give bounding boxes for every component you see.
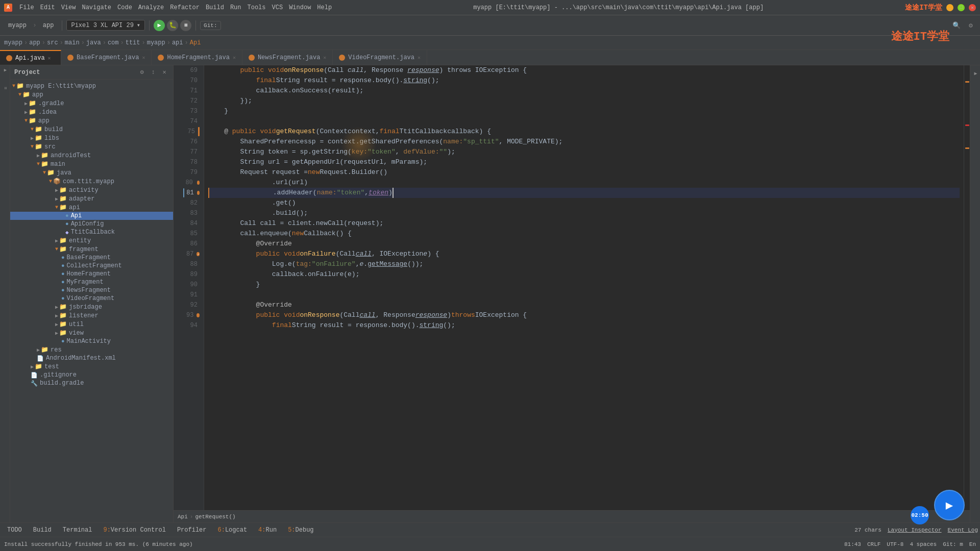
- breadcrumb-ttit[interactable]: ttit: [126, 39, 140, 46]
- line-ending[interactable]: CRLF: [867, 541, 880, 547]
- tab-newsfragment[interactable]: NewsFragment.java ✕: [242, 50, 333, 65]
- tree-item-app[interactable]: ▼ 📁 app: [10, 90, 173, 99]
- bilibili-avatar[interactable]: ▶: [934, 490, 965, 520]
- tab-close-api[interactable]: ✕: [48, 55, 51, 61]
- menu-window[interactable]: Window: [289, 4, 311, 11]
- tree-item-res[interactable]: ▶ 📁 res: [10, 345, 173, 354]
- tree-item-adapter[interactable]: ▶ 📁 adapter: [10, 194, 173, 203]
- encoding[interactable]: UTF-8: [887, 541, 903, 547]
- tree-item-gradle[interactable]: ▶ 📁 .gradle: [10, 99, 173, 108]
- tab-close-base[interactable]: ✕: [142, 55, 145, 61]
- editor-scrollbar[interactable]: [964, 65, 970, 510]
- breadcrumb-api[interactable]: api: [172, 39, 183, 46]
- tree-item-homefragment[interactable]: ● HomeFragment: [10, 270, 173, 278]
- git-status[interactable]: Git: m: [943, 541, 963, 547]
- tab-close-video[interactable]: ✕: [418, 55, 421, 61]
- tree-item-androidtest[interactable]: ▶ 📁 androidTest: [10, 151, 173, 160]
- menu-refactor[interactable]: Refactor: [170, 4, 200, 11]
- breadcrumb-java[interactable]: java: [86, 39, 101, 46]
- tree-item-manifest[interactable]: 📄 AndroidManifest.xml: [10, 354, 173, 362]
- tab-terminal[interactable]: Terminal: [58, 525, 97, 535]
- tree-item-view[interactable]: ▶ 📁 view: [10, 329, 173, 337]
- tree-item-com-ttit[interactable]: ▼ 📦 com.ttit.myapp: [10, 177, 173, 186]
- menu-navigate[interactable]: Navigate: [82, 4, 111, 11]
- search-icon[interactable]: 🔍: [951, 20, 962, 31]
- settings-icon[interactable]: ⚙: [966, 20, 976, 31]
- tree-item-listener[interactable]: ▶ 📁 listener: [10, 311, 173, 320]
- tab-debug[interactable]: 5:Debug: [283, 525, 318, 535]
- tab-api-java[interactable]: Api.java ✕: [0, 50, 61, 65]
- sidebar-icon-1[interactable]: ▶: [3, 67, 8, 72]
- breadcrumb-myapp2[interactable]: myapp: [147, 39, 165, 46]
- tree-item-activity[interactable]: ▶ 📁 activity: [10, 186, 173, 194]
- breadcrumb-current[interactable]: Api: [190, 39, 201, 46]
- app-selector[interactable]: app: [39, 20, 58, 31]
- tree-item-collectfragment[interactable]: ● CollectFragment: [10, 262, 173, 270]
- tree-item-buildgradle[interactable]: 🔧 build.gradle: [10, 379, 173, 387]
- tree-item-newsfragment[interactable]: ● NewsFragment: [10, 286, 173, 294]
- tab-basefragment[interactable]: BaseFragment.java ✕: [61, 50, 152, 65]
- tab-todo[interactable]: TODO: [2, 525, 27, 535]
- tab-videofragment[interactable]: VideoFragment.java ✕: [333, 50, 427, 65]
- tree-item-myfragment[interactable]: ● MyFragment: [10, 278, 173, 286]
- tree-item-app-folder[interactable]: ▼ 📁 app: [10, 116, 173, 125]
- tree-item-api-class[interactable]: ● Api: [10, 212, 173, 220]
- breadcrumb-src[interactable]: src: [47, 39, 58, 46]
- tree-item-basefragment[interactable]: ● BaseFragment: [10, 254, 173, 262]
- menu-edit[interactable]: Edit: [40, 4, 55, 11]
- project-selector[interactable]: myapp: [4, 20, 31, 31]
- sidebar-icon-2[interactable]: ≡: [3, 87, 8, 89]
- layout-inspector-link[interactable]: Layout Inspector: [888, 527, 942, 533]
- menu-bar[interactable]: File Edit View Navigate Code Analyze Ref…: [19, 4, 332, 11]
- tab-logcat[interactable]: 6:Logcat: [212, 525, 252, 535]
- tab-build[interactable]: Build: [28, 525, 57, 535]
- menu-code[interactable]: Code: [117, 4, 132, 11]
- breadcrumb-app[interactable]: app: [29, 39, 40, 46]
- tree-item-java[interactable]: ▼ 📁 java: [10, 168, 173, 177]
- breadcrumb-api-label[interactable]: Api: [178, 514, 188, 520]
- maximize-button[interactable]: □: [958, 4, 965, 11]
- panel-close-icon[interactable]: ✕: [160, 68, 169, 77]
- tree-item-idea[interactable]: ▶ 📁 .idea: [10, 108, 173, 116]
- tree-item-apiconfig[interactable]: ● ApiConfig: [10, 220, 173, 228]
- device-selector[interactable]: Pixel 3 XL API 29 ▾: [66, 20, 145, 31]
- menu-tools[interactable]: Tools: [248, 4, 266, 11]
- tree-item-gitignore[interactable]: 📄 .gitignore: [10, 371, 173, 379]
- tree-item-libs[interactable]: ▶ 📁 libs: [10, 134, 173, 142]
- tree-item-jsbridage[interactable]: ▶ 📁 jsbridage: [10, 303, 173, 311]
- cursor-position[interactable]: 81:43: [844, 541, 861, 547]
- tree-item-ttitcallback[interactable]: ◆ TtitCallback: [10, 228, 173, 236]
- menu-help[interactable]: Help: [317, 4, 332, 11]
- minimize-button[interactable]: _: [946, 4, 953, 11]
- breadcrumb-myapp[interactable]: myapp: [4, 39, 22, 46]
- panel-expand-icon[interactable]: ↕: [149, 68, 158, 77]
- tree-item-entity[interactable]: ▶ 📁 entity: [10, 236, 173, 245]
- tab-vcs[interactable]: 9:Version Control: [98, 525, 170, 535]
- panel-settings-icon[interactable]: ⚙: [137, 68, 146, 77]
- tree-item-test[interactable]: ▶ 📁 test: [10, 362, 173, 371]
- tab-profiler[interactable]: Profiler: [172, 525, 212, 535]
- tree-item-mainactivity[interactable]: ● MainActivity: [10, 337, 173, 345]
- stop-button[interactable]: ■: [180, 20, 191, 31]
- menu-vcs[interactable]: VCS: [272, 4, 283, 11]
- tree-item-fragment[interactable]: ▼ 📁 fragment: [10, 245, 173, 254]
- tree-item-api[interactable]: ▼ 📁 api: [10, 203, 173, 212]
- tab-close-news[interactable]: ✕: [323, 55, 326, 61]
- tab-close-home[interactable]: ✕: [233, 55, 236, 61]
- breadcrumb-method-label[interactable]: getRequest(): [195, 514, 235, 520]
- tree-item-main[interactable]: ▼ 📁 main: [10, 160, 173, 168]
- menu-run[interactable]: Run: [230, 4, 241, 11]
- menu-analyze[interactable]: Analyze: [138, 4, 164, 11]
- menu-build[interactable]: Build: [206, 4, 224, 11]
- tree-item-src[interactable]: ▼ 📁 src: [10, 142, 173, 151]
- code-editor[interactable]: public void onResponse(Call call, Respon…: [204, 65, 964, 510]
- tree-item-util[interactable]: ▶ 📁 util: [10, 320, 173, 329]
- tab-run[interactable]: 4:Run: [253, 525, 282, 535]
- locale-status[interactable]: En: [969, 541, 976, 547]
- menu-view[interactable]: View: [61, 4, 76, 11]
- debug-button[interactable]: 🐛: [167, 20, 178, 31]
- tree-item-build[interactable]: ▼ 📁 build: [10, 125, 173, 134]
- event-log-link[interactable]: Event Log: [948, 527, 978, 533]
- menu-file[interactable]: File: [19, 4, 34, 11]
- run-button[interactable]: ▶: [154, 20, 165, 31]
